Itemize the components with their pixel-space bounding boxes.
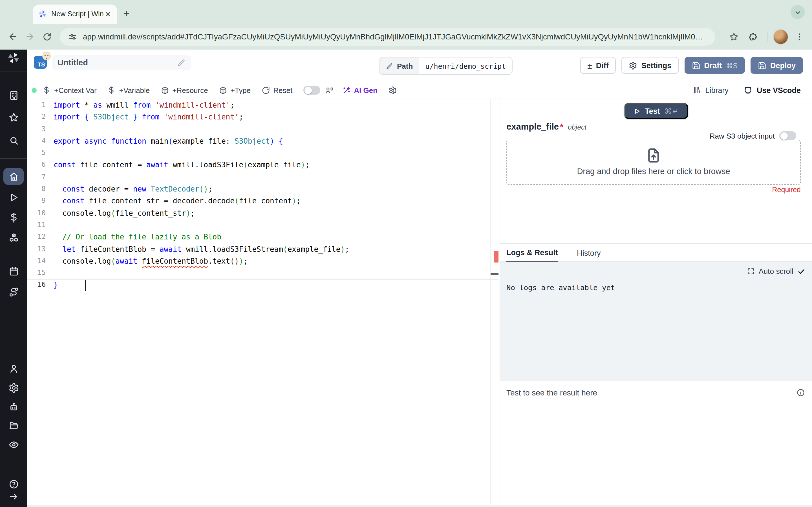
sidebar-divider <box>0 71 27 72</box>
sidebar-item-route[interactable] <box>3 283 24 300</box>
screen: New Script | Windmill ✕ + app.windmill.d… <box>0 0 812 507</box>
back-button[interactable] <box>4 28 21 45</box>
code-line-12[interactable]: // Or load the file lazily as a Blob <box>54 231 500 243</box>
code-line-4[interactable]: export async function main(example_file:… <box>54 135 500 147</box>
arrow-right-icon <box>8 491 19 502</box>
new-tab-button[interactable]: + <box>118 6 134 21</box>
multiplayer-users-icon[interactable] <box>324 86 333 94</box>
sidebar-item-search[interactable] <box>3 132 24 149</box>
code-line-11[interactable] <box>54 219 500 231</box>
extensions-icon[interactable] <box>744 28 761 45</box>
browser-tab[interactable]: New Script | Windmill ✕ <box>33 4 117 24</box>
overview-ruler <box>490 99 491 507</box>
sidebar-item-star[interactable] <box>3 109 24 126</box>
browser-navbar: app.windmill.dev/scripts/add#JTdCJTIyaGF… <box>0 24 812 50</box>
test-button[interactable]: Test ⌘↵ <box>624 103 688 119</box>
dollar-icon <box>107 86 116 94</box>
edit-title-pencil-icon[interactable] <box>177 58 186 67</box>
sidebar-item-gear[interactable] <box>3 379 24 396</box>
file-dropzone[interactable]: Drag and drop files here or click to bro… <box>506 140 801 185</box>
forward-button[interactable] <box>21 28 38 45</box>
upload-file-icon <box>645 147 662 164</box>
script-title-input[interactable]: Untitled <box>52 55 191 70</box>
sidebar-item-arrow-right[interactable] <box>3 489 24 504</box>
tab-search-button[interactable] <box>791 5 805 19</box>
code-editor[interactable]: 12345678910111213141516 import * as wmil… <box>27 99 500 507</box>
expand-icon[interactable] <box>748 268 755 275</box>
use-vscode-button[interactable]: Use VScode <box>743 86 801 95</box>
navbar-separator <box>767 32 767 42</box>
toolbar-contextvar-button[interactable]: +Context Var <box>42 86 97 94</box>
info-icon[interactable] <box>796 388 805 397</box>
code-line-1[interactable]: import * as wmill from 'windmill-client'… <box>54 99 500 111</box>
check-icon <box>797 267 805 275</box>
sidebar-item-eye[interactable] <box>3 436 24 453</box>
raw-s3-toggle[interactable] <box>779 131 796 140</box>
play-icon <box>8 192 19 203</box>
code-line-8[interactable]: const decoder = new TextDecoder(); <box>54 183 500 195</box>
argument-row: example_file* object <box>506 122 587 132</box>
library-button[interactable]: Library <box>692 86 728 95</box>
settings-button[interactable]: Settings <box>622 57 679 74</box>
preview-panel: Test ⌘↵ example_file* object Raw S3 obje… <box>500 99 812 507</box>
sidebar-item-boxes[interactable] <box>3 229 24 246</box>
scrollbar-thumb[interactable] <box>491 273 499 275</box>
code-line-2[interactable]: import { S3Object } from 'windmill-clien… <box>54 111 500 123</box>
address-bar[interactable]: app.windmill.dev/scripts/add#JTdCJTIyaGF… <box>60 28 715 45</box>
reload-button[interactable] <box>38 28 55 45</box>
sidebar-item-robot[interactable] <box>3 398 24 415</box>
sidebar <box>0 50 27 507</box>
code-line-7[interactable] <box>54 171 500 183</box>
sidebar-item-calendar[interactable] <box>3 263 24 279</box>
profile-avatar[interactable] <box>773 29 788 44</box>
sidebar-item-dollar[interactable] <box>3 209 24 226</box>
diff-button[interactable]: ± Diff <box>580 57 616 74</box>
sidebar-item-building[interactable] <box>3 87 24 104</box>
sidebar-item-play[interactable] <box>3 189 24 206</box>
sidebar-divider <box>0 158 27 159</box>
code-line-3[interactable] <box>54 123 500 135</box>
path-widget[interactable]: Path u/henri/demo_script <box>379 57 513 75</box>
code-line-14[interactable]: console.log(await fileContentBlob.text()… <box>54 255 500 267</box>
sidebar-item-home[interactable] <box>3 168 24 185</box>
refresh-icon <box>261 86 270 94</box>
toolbar-reset-button[interactable]: Reset <box>261 86 292 94</box>
error-marker <box>494 251 499 263</box>
code-line-13[interactable]: let fileContentBlob = await wmill.loadS3… <box>54 243 500 255</box>
code-line-16[interactable]: } <box>54 279 500 291</box>
test-shortcut: ⌘↵ <box>665 107 679 115</box>
code-line-6[interactable]: const file_content = await wmill.loadS3F… <box>54 159 500 171</box>
code-line-10[interactable]: console.log(file_content_str); <box>54 207 500 219</box>
code-line-5[interactable] <box>54 147 500 159</box>
home-icon <box>8 171 19 182</box>
tab-history[interactable]: History <box>577 244 601 263</box>
windmill-sidebar-logo-icon[interactable] <box>7 51 20 65</box>
site-info-icon[interactable] <box>68 32 77 41</box>
editor-settings-gear-icon[interactable] <box>388 86 397 94</box>
code-lines[interactable]: import * as wmill from 'windmill-client'… <box>54 99 500 291</box>
robot-icon <box>8 401 19 412</box>
package-icon <box>219 86 227 94</box>
sidebar-item-user[interactable] <box>3 360 24 377</box>
bookmark-star-icon[interactable] <box>725 28 742 45</box>
ai-gen-button[interactable]: AI Gen <box>342 86 377 94</box>
code-line-15[interactable] <box>54 267 500 279</box>
draft-button[interactable]: Draft ⌘S <box>684 57 745 74</box>
toolbar-type-button[interactable]: +Type <box>219 86 251 94</box>
browser-menu-icon[interactable] <box>791 28 808 45</box>
package-icon <box>160 86 169 94</box>
line-numbers: 12345678910111213141516 <box>27 99 54 291</box>
deploy-button[interactable]: Deploy <box>751 57 803 74</box>
toolbar-variable-button[interactable]: +Variable <box>107 86 150 94</box>
boxes-icon <box>8 232 19 243</box>
result-placeholder-text: Test to see the result here <box>506 388 597 397</box>
sidebar-item-folder-open[interactable] <box>3 417 24 434</box>
no-logs-message: No logs are available yet <box>506 283 615 292</box>
code-line-9[interactable]: const file_content_str = decoder.decode(… <box>54 195 500 207</box>
tab-close-icon[interactable]: ✕ <box>104 9 112 19</box>
calendar-icon <box>8 266 19 276</box>
multiplayer-toggle[interactable] <box>303 86 320 95</box>
tab-logs-result[interactable]: Logs & Result <box>506 244 558 263</box>
toolbar-resource-button[interactable]: +Resource <box>160 86 208 94</box>
auto-scroll-control[interactable]: Auto scroll <box>748 267 805 276</box>
